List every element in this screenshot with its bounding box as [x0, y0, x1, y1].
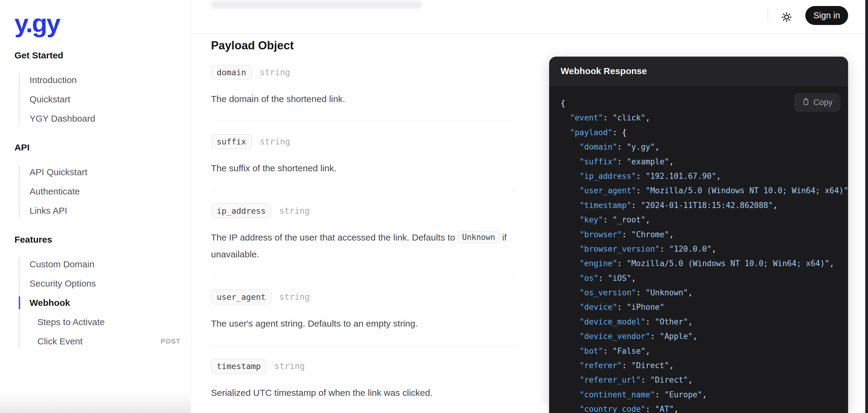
json-key: "device_vendor"	[580, 332, 650, 341]
nav-items: Custom Domain Security Options Webhook S…	[19, 255, 181, 351]
field-type: string	[279, 292, 310, 302]
json-value: "iOS"	[608, 274, 631, 283]
field-user-agent: user_agent string The user's agent strin…	[211, 277, 517, 346]
sidebar-item-label: YGY Dashboard	[30, 113, 95, 124]
code-line: "continent_name": "Europe",	[561, 387, 848, 402]
json-punctuation: :	[603, 215, 613, 224]
json-key: "timestamp"	[580, 201, 631, 210]
field-suffix: suffix string The suffix of the shortene…	[211, 122, 517, 191]
json-punctuation	[561, 201, 580, 210]
code-line: "timestamp": "2024-01-11T18:15:42.862088…	[561, 198, 848, 212]
json-punctuation	[561, 230, 580, 239]
sidebar-item-label: Quickstart	[30, 94, 70, 104]
sign-in-button[interactable]: Sign in	[805, 6, 848, 25]
nav-section-title: Features	[14, 234, 181, 246]
panel-code-area: Copy { "event": "click", "paylaod": { "d…	[549, 86, 848, 413]
code-line: "referer": "Direct",	[561, 358, 848, 373]
copy-button[interactable]: Copy	[794, 93, 840, 112]
page-scrollbar[interactable]	[865, 0, 868, 413]
field-head: domain string	[211, 65, 517, 80]
json-punctuation: :	[646, 317, 655, 326]
theme-toggle-button[interactable]	[778, 9, 795, 26]
json-punctuation: :	[622, 230, 631, 239]
nav-items: API Quickstart Authenticate Links API	[19, 163, 181, 220]
json-key: "key"	[580, 215, 603, 224]
sidebar-item-label: Click Event	[37, 336, 83, 346]
json-punctuation	[561, 317, 580, 326]
code-line: "browser_version": "120.0.0",	[561, 242, 848, 256]
json-punctuation: :	[636, 186, 645, 195]
nav-section-api: API API Quickstart Authenticate Links AP…	[14, 141, 181, 220]
sidebar-item-custom-domain[interactable]: Custom Domain	[30, 255, 181, 274]
json-punctuation: ,	[646, 346, 650, 355]
json-value: "120.0.0"	[669, 244, 712, 253]
sidebar-item-label: Authenticate	[30, 186, 80, 197]
json-key: "browser"	[580, 230, 622, 239]
sidebar-item-authenticate[interactable]: Authenticate	[30, 182, 181, 201]
json-key: "referer_url"	[580, 375, 641, 384]
sidebar-item-click-event[interactable]: Click Event POST	[30, 332, 181, 351]
code-line: "os_version": "Unknown",	[561, 285, 848, 300]
field-description: The user's agent string. Defaults to an …	[211, 315, 517, 332]
json-punctuation: ,	[712, 244, 716, 253]
field-description: The IP address of the user that accessed…	[211, 229, 517, 263]
nav-section-features: Features Custom Domain Security Options …	[14, 234, 181, 351]
clipboard-icon	[802, 98, 810, 107]
json-key: "os"	[580, 274, 598, 283]
header-separator	[768, 8, 768, 22]
json-punctuation	[561, 172, 580, 181]
sun-icon	[781, 11, 792, 24]
sidebar-item-label: Links API	[30, 206, 67, 216]
json-punctuation	[561, 215, 580, 224]
json-punctuation: :	[636, 172, 645, 181]
json-punctuation	[561, 332, 580, 341]
json-value: "y.gy"	[627, 142, 655, 151]
json-punctuation	[561, 244, 580, 253]
field-head: ip_address string	[211, 204, 517, 218]
sidebar-item-label: Webhook	[30, 298, 70, 308]
json-value: "Direct"	[631, 361, 669, 370]
json-punctuation: ,	[669, 157, 674, 166]
sidebar-item-label: API Quickstart	[30, 167, 87, 177]
json-key: "referer"	[580, 361, 622, 370]
json-value: "Europe"	[664, 390, 702, 399]
field-description: The domain of the shortened link.	[211, 91, 517, 107]
brand-logo[interactable]: y.gy	[14, 11, 181, 36]
sidebar-item-label: Security Options	[30, 278, 96, 289]
sidebar-item-introduction[interactable]: Introduction	[30, 70, 181, 90]
sidebar-item-label: Steps to Activate	[37, 317, 104, 327]
code-line: "user_agent": "Mozilla/5.0 (Windows NT 1…	[561, 183, 848, 198]
json-punctuation	[561, 288, 580, 297]
json-key: "paylaod"	[570, 128, 613, 137]
code-line: "country_code": "AT",	[561, 402, 848, 413]
field-head: timestamp string	[211, 359, 517, 374]
json-punctuation	[561, 113, 570, 122]
json-key: "user_agent"	[580, 186, 636, 195]
sidebar-item-ygy-dashboard[interactable]: YGY Dashboard	[30, 109, 181, 128]
json-punctuation	[561, 303, 580, 312]
json-key: "device_model"	[580, 317, 646, 326]
sidebar-item-links-api[interactable]: Links API	[30, 201, 181, 220]
json-value: "iPhone"	[627, 303, 664, 312]
json-punctuation: :	[617, 303, 627, 312]
json-key: "browser_version"	[580, 244, 660, 253]
code-lines: { "event": "click", "paylaod": { "domain…	[561, 96, 848, 413]
sidebar-item-webhook[interactable]: Webhook	[30, 293, 181, 312]
field-type: string	[274, 361, 305, 371]
sidebar-item-api-quickstart[interactable]: API Quickstart	[30, 163, 181, 182]
field-name-pill: ip_address	[211, 204, 272, 218]
sidebar-item-security-options[interactable]: Security Options	[30, 274, 181, 293]
sidebar-item-quickstart[interactable]: Quickstart	[30, 90, 181, 109]
json-key: "event"	[570, 113, 603, 122]
json-value: "2024-01-11T18:15:42.862088"	[641, 201, 773, 210]
description-text: The IP address of the user that accessed…	[211, 232, 458, 242]
field-head: suffix string	[211, 134, 517, 149]
code-line: "paylaod": {	[561, 125, 848, 140]
sidebar-item-steps-to-activate[interactable]: Steps to Activate	[30, 312, 181, 332]
json-punctuation	[561, 142, 580, 151]
json-key: "domain"	[580, 142, 617, 151]
code-line: "engine": "Mozilla/5.0 (Windows NT 10.0;…	[561, 256, 848, 271]
code-line: "browser": "Chrome",	[561, 227, 848, 242]
panel-header: Webhook Response	[549, 57, 848, 86]
code-line: "suffix": "example",	[561, 154, 848, 169]
